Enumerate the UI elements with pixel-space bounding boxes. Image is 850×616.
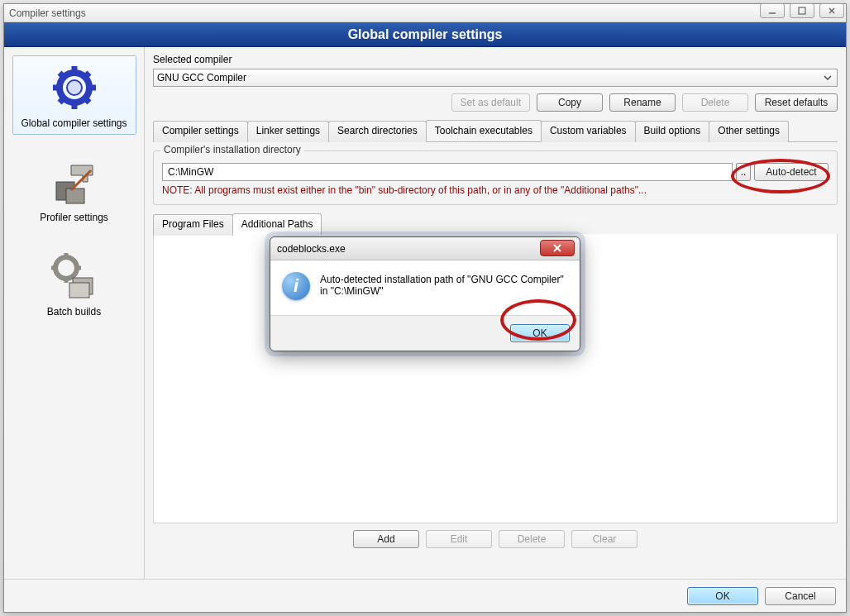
dialog-footer-row: OK [270,315,580,351]
titlebar: Compiler settings [4,4,846,22]
selected-compiler-label: Selected compiler [153,54,838,65]
clear-paths-button[interactable]: Clear [571,530,638,548]
delete-compiler-button[interactable]: Delete [682,93,748,112]
copy-button[interactable]: Copy [537,93,603,112]
dialog-footer: OK Cancel [4,579,846,612]
sidebar-item-label: Global compiler settings [21,117,127,129]
close-button[interactable] [819,3,844,18]
dialog-title: codeblocks.exe [277,243,346,255]
svg-rect-23 [69,283,89,298]
minimize-button[interactable] [760,3,785,18]
install-directory-group: Compiler's installation directory C:\Min… [153,150,838,205]
profiler-icon [48,155,101,208]
tab-custom-variables[interactable]: Custom variables [541,121,636,142]
path-button-row: Add Edit Delete Clear [153,530,838,548]
gear-icon [48,61,101,114]
install-directory-note: NOTE: All programs must exist either in … [162,184,829,196]
sidebar-item-global-compiler[interactable]: Global compiler settings [12,55,136,135]
window-title: Compiler settings [9,7,841,19]
sidebar-item-label: Batch builds [47,306,101,318]
info-icon: i [282,272,310,300]
banner-title: Global compiler settings [4,22,846,47]
compiler-button-row: Set as default Copy Rename Delete Reset … [153,93,838,112]
subtab-additional-paths[interactable]: Additional Paths [232,213,322,235]
dialog-titlebar: codeblocks.exe [270,237,580,260]
tab-build-options[interactable]: Build options [635,121,710,142]
tab-other-settings[interactable]: Other settings [709,121,789,142]
subtab-program-files[interactable]: Program Files [153,214,233,236]
dialog-body: i Auto-detected installation path of "GN… [270,260,580,315]
window-controls [760,3,844,18]
edit-path-button[interactable]: Edit [426,530,492,548]
dialog-close-button[interactable] [540,240,575,256]
sidebar-item-profiler[interactable]: Profiler settings [12,150,136,229]
add-path-button[interactable]: Add [353,530,419,548]
svg-rect-1 [799,7,805,14]
dialog-message: Auto-detected installation path of "GNU … [320,272,568,300]
chevron-down-icon [824,73,832,84]
install-directory-input[interactable]: C:\MinGW [162,163,733,181]
sidebar-item-batch-builds[interactable]: Batch builds [12,244,136,323]
svg-line-12 [85,98,89,103]
cancel-button[interactable]: Cancel [765,587,836,605]
svg-line-9 [60,73,64,77]
tab-search-directories[interactable]: Search directories [328,121,427,142]
ok-button[interactable]: OK [687,587,758,605]
compiler-dropdown[interactable]: GNU GCC Compiler [153,69,838,87]
tab-linker-settings[interactable]: Linker settings [247,121,329,142]
set-default-button[interactable]: Set as default [451,93,530,112]
install-directory-value: C:\MinGW [168,166,213,178]
tab-compiler-settings[interactable]: Compiler settings [153,121,248,142]
paths-subtabs: Program Files Additional Paths [153,213,838,235]
svg-point-17 [55,257,77,279]
info-dialog: codeblocks.exe i Auto-detected installat… [270,236,580,351]
svg-rect-15 [66,189,84,203]
batch-build-icon [48,250,101,303]
maximize-button[interactable] [790,3,814,18]
svg-line-11 [60,98,64,103]
auto-detect-button[interactable]: Auto-detect [754,163,829,181]
svg-line-10 [85,73,89,77]
sidebar-item-label: Profiler settings [40,212,108,223]
svg-point-13 [67,80,82,95]
sidebar: Global compiler settings Profiler settin… [4,47,145,579]
install-directory-legend: Compiler's installation directory [160,144,304,155]
compiler-dropdown-value: GNU GCC Compiler [157,72,246,84]
tab-toolchain-executables[interactable]: Toolchain executables [426,120,542,141]
rename-button[interactable]: Rename [609,93,676,112]
delete-path-button[interactable]: Delete [499,530,565,548]
main-tabs: Compiler settings Linker settings Search… [153,120,838,142]
reset-defaults-button[interactable]: Reset defaults [755,93,838,112]
dialog-ok-button[interactable]: OK [510,324,570,342]
browse-button[interactable]: .. [736,163,751,181]
